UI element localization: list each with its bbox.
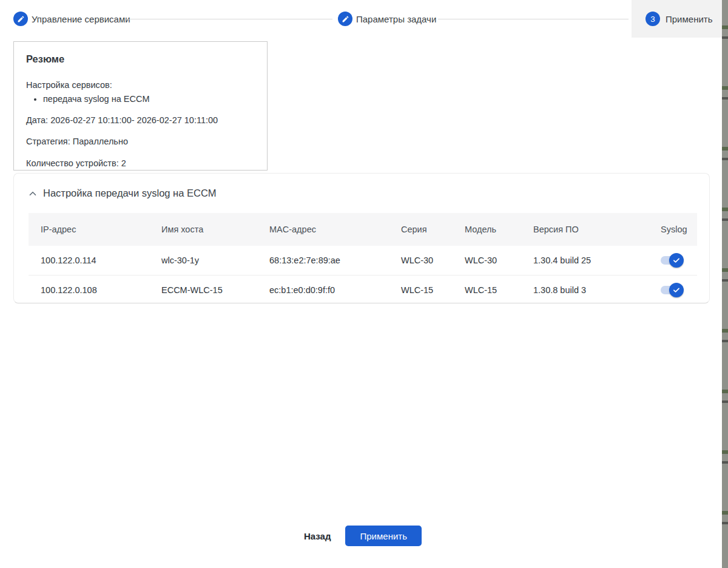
table-header-row: IP-адрес Имя хоста MAC-адрес Серия Модел… xyxy=(29,213,697,246)
cell-mac: ec:b1:e0:d0:9f:f0 xyxy=(257,285,389,295)
stepper-step-apply[interactable]: 3 Применить xyxy=(632,0,722,38)
column-header-hostname: Имя хоста xyxy=(149,225,257,234)
step-label: Параметры задачи xyxy=(356,14,436,24)
devices-table: IP-адрес Имя хоста MAC-адрес Серия Модел… xyxy=(29,213,697,304)
syslog-toggle[interactable] xyxy=(661,283,684,297)
check-icon xyxy=(672,256,681,265)
cell-ip: 100.122.0.114 xyxy=(29,255,149,265)
stepper-connector xyxy=(438,19,629,19)
column-header-firmware: Версия ПО xyxy=(521,225,649,234)
back-button[interactable]: Назад xyxy=(300,526,334,546)
section-header: Настройка передачи syslog на ECCM xyxy=(14,174,709,213)
check-icon xyxy=(672,286,681,294)
cell-model: WLC-30 xyxy=(453,255,521,265)
summary-title: Резюме xyxy=(26,53,255,65)
edit-icon xyxy=(342,15,349,23)
stepper-step-services[interactable]: Управление сервисами xyxy=(13,0,130,38)
cell-ip: 100.122.0.108 xyxy=(29,285,149,295)
section-title: Настройка передачи syslog на ECCM xyxy=(43,188,217,199)
table-row: 100.122.0.114 wlc-30-1y 68:13:e2:7e:89:a… xyxy=(29,246,697,275)
summary-services-label: Настройка сервисов: xyxy=(26,79,255,90)
column-header-syslog: Syslog xyxy=(649,225,702,234)
summary-strategy-line: Стратегия: Параллельно xyxy=(26,136,255,147)
column-header-ip: IP-адрес xyxy=(29,225,149,234)
cell-hostname: wlc-30-1y xyxy=(149,255,257,265)
table-row: 100.122.0.108 ECCM-WLC-15 ec:b1:e0:d0:9f… xyxy=(29,275,697,304)
step-label: Применить xyxy=(666,14,713,24)
step-circle xyxy=(338,12,352,26)
syslog-toggle[interactable] xyxy=(661,253,684,268)
cell-model: WLC-15 xyxy=(453,285,521,295)
summary-service-item: передача syslog на ECCM xyxy=(43,93,255,104)
toggle-thumb xyxy=(669,253,684,268)
toggle-thumb xyxy=(669,283,684,297)
summary-device-count-line: Количество устройств: 2 xyxy=(26,158,255,169)
step-circle xyxy=(13,12,28,26)
column-header-series: Серия xyxy=(389,225,453,234)
column-header-mac: MAC-адрес xyxy=(257,225,389,234)
step-circle: 3 xyxy=(645,12,660,26)
cell-hostname: ECCM-WLC-15 xyxy=(149,285,257,295)
cell-firmware: 1.30.8 build 3 xyxy=(521,285,649,295)
syslog-section-card: Настройка передачи syslog на ECCM IP-адр… xyxy=(13,173,710,303)
edit-icon xyxy=(17,15,25,23)
chevron-up-icon xyxy=(27,188,38,199)
step-number: 3 xyxy=(650,15,655,24)
stepper-step-task-params[interactable]: Параметры задачи xyxy=(338,0,436,38)
cell-firmware: 1.30.4 build 25 xyxy=(521,255,649,265)
cell-syslog xyxy=(649,253,698,268)
summary-services-list: передача syslog на ECCM xyxy=(26,93,255,104)
summary-card: Резюме Настройка сервисов: передача sysl… xyxy=(13,41,268,171)
summary-date-line: Дата: 2026-02-27 10:11:00- 2026-02-27 10… xyxy=(26,115,255,126)
cell-series: WLC-30 xyxy=(389,255,453,265)
step-label: Управление сервисами xyxy=(32,14,130,24)
wizard-actions: Назад Применить xyxy=(0,526,722,546)
collapse-section-button[interactable] xyxy=(27,188,38,199)
cell-mac: 68:13:e2:7e:89:ae xyxy=(257,255,389,265)
column-header-model: Модель xyxy=(453,225,521,234)
cell-syslog xyxy=(649,283,698,297)
stepper-connector xyxy=(126,19,332,19)
background-page-edge xyxy=(722,0,728,568)
cell-series: WLC-15 xyxy=(389,285,453,295)
apply-button[interactable]: Применить xyxy=(345,526,422,546)
